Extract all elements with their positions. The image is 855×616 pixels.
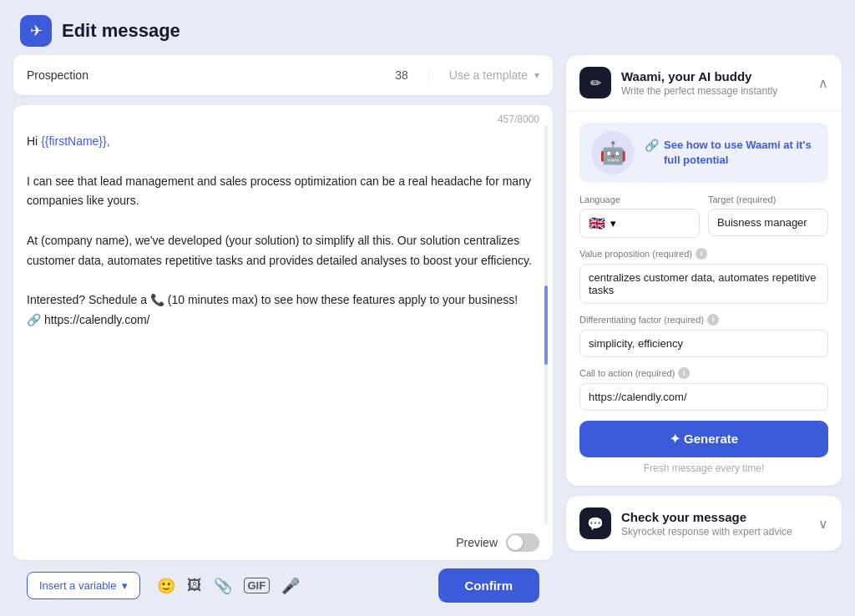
message-line3: Interested? Schedule a 📞 (10 minutes max… [27,290,539,311]
template-placeholder: Use a template [449,68,528,82]
main-content: Prospection 38 Use a template ▾ 457/8000… [0,55,855,616]
insert-variable-label: Insert a variable [39,579,117,592]
category-bar: Prospection 38 Use a template ▾ [13,55,553,95]
ai-icon: ✏ [579,67,611,98]
right-panel: ✏ Waami, your AI buddy Write the perfect… [566,55,842,616]
message-body[interactable]: Hi {{firstName}}, I can see that lead ma… [13,125,553,525]
value-prop-label: Value proposition (required) i [579,248,828,260]
ai-header-text: Waami, your AI buddy Write the perfect m… [621,69,777,97]
firstname-variable: {{firstName}}, [41,134,110,148]
ai-card-body: 🤖 🔗 See how to use Waami at it's full po… [566,111,842,486]
diff-factor-label-text: Differentiating factor (required) [579,315,704,325]
generate-hint: Fresh message every time! [579,462,828,474]
diff-factor-field-group: Differentiating factor (required) i [579,314,828,357]
message-editor: 457/8000 Hi {{firstName}}, I can see tha… [13,105,553,560]
ai-card-header: ✏ Waami, your AI buddy Write the perfect… [566,55,842,111]
language-select[interactable]: 🇬🇧 ▾ [579,209,700,238]
page-header: ✈ Edit message [0,0,855,55]
check-card-expand-icon[interactable]: ∨ [818,516,828,532]
cta-field-group: Call to action (required) i [579,367,828,411]
cta-label-text: Call to action (required) [579,368,675,378]
check-message-card: 💬 Check your message Skyrocket response … [566,496,842,551]
lang-chevron-icon: ▾ [610,217,616,230]
diff-factor-info-icon: i [707,314,719,326]
value-prop-info-icon: i [696,248,707,260]
preview-label: Preview [456,536,498,549]
message-line1: I can see that lead management and sales… [27,172,539,212]
check-message-icon: 💬 [579,507,611,539]
insert-variable-button[interactable]: Insert a variable ▾ [27,572,140,599]
flag-icon: 🇬🇧 [589,215,605,231]
value-prop-field-group: Value proposition (required) i [579,248,828,304]
page-title: Edit message [62,20,180,42]
scrollbar-thumb [544,285,548,366]
char-counter: 457/8000 [13,105,553,125]
robot-text-container: 🔗 See how to use Waami at it's full pote… [645,138,817,168]
preview-toggle[interactable] [506,533,539,552]
template-select[interactable]: Use a template ▾ [428,68,539,82]
robot-banner: 🤖 🔗 See how to use Waami at it's full po… [579,123,828,183]
ai-title: Waami, your AI buddy [621,69,777,83]
message-bubble-icon: 💬 [587,516,604,532]
language-field-group: Language 🇬🇧 ▾ [579,194,700,238]
check-message-subtitle: Skyrocket response with expert advice [621,526,792,538]
app-icon: ✈ [20,15,52,47]
insert-variable-chevron-icon: ▾ [122,579,128,592]
emoji-icon[interactable]: 🙂 [157,577,175,595]
cta-label: Call to action (required) i [579,367,828,379]
ai-collapse-icon[interactable]: ∧ [818,75,828,91]
cta-info-icon: i [678,367,690,379]
robot-avatar: 🤖 [591,131,635,174]
check-message-title: Check your message [621,510,792,524]
scrollbar-track [544,125,548,525]
target-label: Target (required) [708,194,828,204]
check-message-text: Check your message Skyrocket response wi… [621,510,792,538]
target-field-group: Target (required) [708,194,828,238]
toolbar-icons: 🙂 🖼 📎 GIF 🎤 [157,577,301,595]
ai-subtitle: Write the perfect message instantly [621,85,777,97]
toggle-knob [508,535,523,550]
image-icon[interactable]: 🖼 [187,577,202,594]
mic-icon[interactable]: 🎤 [281,577,300,595]
diff-factor-input[interactable] [579,330,828,357]
robot-link-text[interactable]: See how to use Waami at it's full potent… [664,138,817,168]
greeting-text: Hi [27,134,41,148]
send-icon: ✈ [30,22,43,40]
robot-link-icon: 🔗 [645,139,659,152]
category-count: 38 [395,68,408,82]
generate-button[interactable]: ✦ Generate [579,421,828,457]
gif-icon[interactable]: GIF [244,578,271,593]
message-line2: At (company name), we've developed (your… [27,231,539,271]
cta-input[interactable] [579,383,828,411]
category-label: Prospection [27,68,395,82]
attachment-icon[interactable]: 📎 [214,577,232,595]
target-input[interactable] [708,209,828,236]
ai-card: ✏ Waami, your AI buddy Write the perfect… [566,55,842,486]
value-prop-label-text: Value proposition (required) [579,249,692,259]
language-label: Language [579,194,700,204]
robot-emoji: 🤖 [600,140,626,166]
lang-target-row: Language 🇬🇧 ▾ Target (required) [579,194,828,238]
diff-factor-label: Differentiating factor (required) i [579,314,828,326]
preview-row: Preview [13,525,553,560]
value-prop-input[interactable] [579,264,828,304]
target-label-text: Target (required) [708,194,776,204]
edit-icon: ✏ [590,75,601,91]
message-link: 🔗 https://calendly.com/ [27,311,539,331]
bottom-toolbar: Insert a variable ▾ 🙂 🖼 📎 GIF 🎤 Confirm [13,560,553,616]
template-chevron-icon: ▾ [534,69,539,81]
confirm-button[interactable]: Confirm [438,568,540,603]
left-panel: Prospection 38 Use a template ▾ 457/8000… [13,55,553,616]
